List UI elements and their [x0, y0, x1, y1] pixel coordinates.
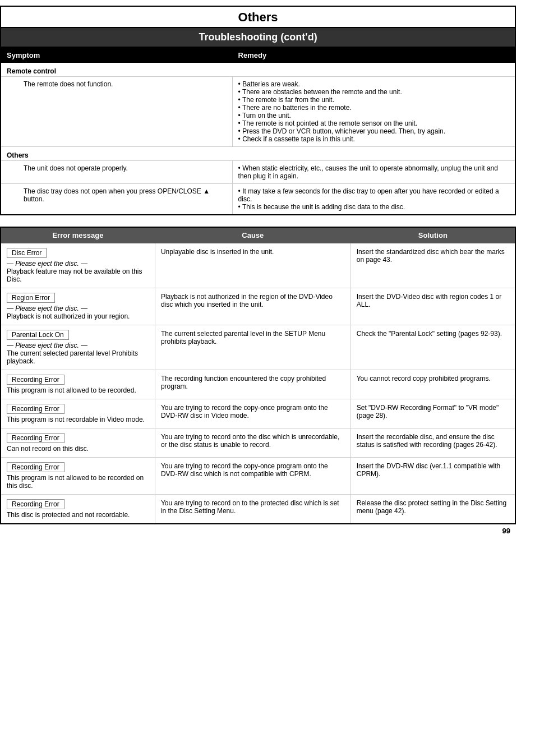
- solution-cell: Check the "Parental Lock" setting (pages…: [350, 325, 515, 370]
- table-row: The unit does not operate properly. When…: [1, 161, 515, 184]
- error-box: Disc Error: [7, 248, 47, 258]
- remedy-header: Remedy: [232, 48, 515, 63]
- solution-header: Solution: [350, 227, 515, 243]
- table-row: Recording Error This program is not reco…: [1, 399, 515, 428]
- error-msg-header: Error message: [1, 227, 155, 243]
- cause-cell: Unplayable disc is inserted in the unit.: [155, 243, 350, 288]
- table-row: The disc tray does not open when you pre…: [1, 184, 515, 215]
- error-box: Recording Error: [7, 433, 64, 443]
- symptom-remedy-table: Symptom Remedy Remote control The remote…: [0, 48, 516, 215]
- section-remote-control: Remote control: [1, 63, 515, 77]
- solution-cell: Set "DVD-RW Recording Format" to "VR mod…: [350, 399, 515, 428]
- error-box: Region Error: [7, 293, 55, 303]
- symptom-header: Symptom: [1, 48, 232, 63]
- solution-cell: Insert the DVD-RW disc (ver.1.1 compatib…: [350, 458, 515, 495]
- table-row: Recording Error This program is not allo…: [1, 370, 515, 399]
- table-row: The remote does not function. Batteries …: [1, 77, 515, 147]
- cause-cell: You are trying to record the copy-once p…: [155, 458, 350, 495]
- error-box: Recording Error: [7, 404, 64, 414]
- cause-cell: You are trying to record on to the prote…: [155, 495, 350, 524]
- cause-cell: The current selected parental level in t…: [155, 325, 350, 370]
- error-box: Recording Error: [7, 375, 64, 385]
- error-msg-cell: Recording Error Can not record on this d…: [1, 428, 155, 458]
- symptom-cell: The disc tray does not open when you pre…: [1, 184, 232, 215]
- error-msg-cell: Recording Error This program is not allo…: [1, 458, 155, 495]
- cause-cell: You are trying to record the copy-once p…: [155, 399, 350, 428]
- cause-cell: The recording function encountered the c…: [155, 370, 350, 399]
- error-message-table: Error message Cause Solution Disc Error …: [0, 227, 516, 524]
- error-msg-cell: Recording Error This program is not allo…: [1, 370, 155, 399]
- solution-cell: Insert the standardized disc which bear …: [350, 243, 515, 288]
- cause-header: Cause: [155, 227, 350, 243]
- solution-cell: Insert the recordable disc, and ensure t…: [350, 428, 515, 458]
- solution-cell: Release the disc protect setting in the …: [350, 495, 515, 524]
- solution-cell: Insert the DVD-Video disc with region co…: [350, 288, 515, 325]
- error-msg-cell: Parental Lock On — Please eject the disc…: [1, 325, 155, 370]
- symptom-cell: The remote does not function.: [1, 77, 232, 147]
- table-row: Disc Error — Please eject the disc. — Pl…: [1, 243, 515, 288]
- section-others: Others: [1, 147, 515, 161]
- error-msg-cell: Region Error — Please eject the disc. — …: [1, 288, 155, 325]
- error-msg-cell: Disc Error — Please eject the disc. — Pl…: [1, 243, 155, 288]
- error-box: Recording Error: [7, 499, 64, 509]
- cause-cell: Playback is not authorized in the region…: [155, 288, 350, 325]
- table-row: Parental Lock On — Please eject the disc…: [1, 325, 515, 370]
- solution-cell: You cannot record copy prohibited progra…: [350, 370, 515, 399]
- page-number: 99: [0, 524, 516, 537]
- page-title: Others: [0, 6, 516, 27]
- table-row: Recording Error This disc is protected a…: [1, 495, 515, 524]
- error-msg-cell: Recording Error This program is not reco…: [1, 399, 155, 428]
- cause-cell: You are trying to record onto the disc w…: [155, 428, 350, 458]
- error-msg-cell: Recording Error This disc is protected a…: [1, 495, 155, 524]
- page-subtitle: Troubleshooting (cont'd): [0, 27, 516, 48]
- remedy-cell: When static electricity, etc., causes th…: [232, 161, 515, 184]
- table-row: Recording Error Can not record on this d…: [1, 428, 515, 458]
- table-row: Region Error — Please eject the disc. — …: [1, 288, 515, 325]
- error-box: Parental Lock On: [7, 330, 69, 340]
- error-box: Recording Error: [7, 462, 64, 472]
- table-row: Recording Error This program is not allo…: [1, 458, 515, 495]
- remedy-cell: It may take a few seconds for the disc t…: [232, 184, 515, 215]
- symptom-cell: The unit does not operate properly.: [1, 161, 232, 184]
- remedy-cell: Batteries are weak. There are obstacles …: [232, 77, 515, 147]
